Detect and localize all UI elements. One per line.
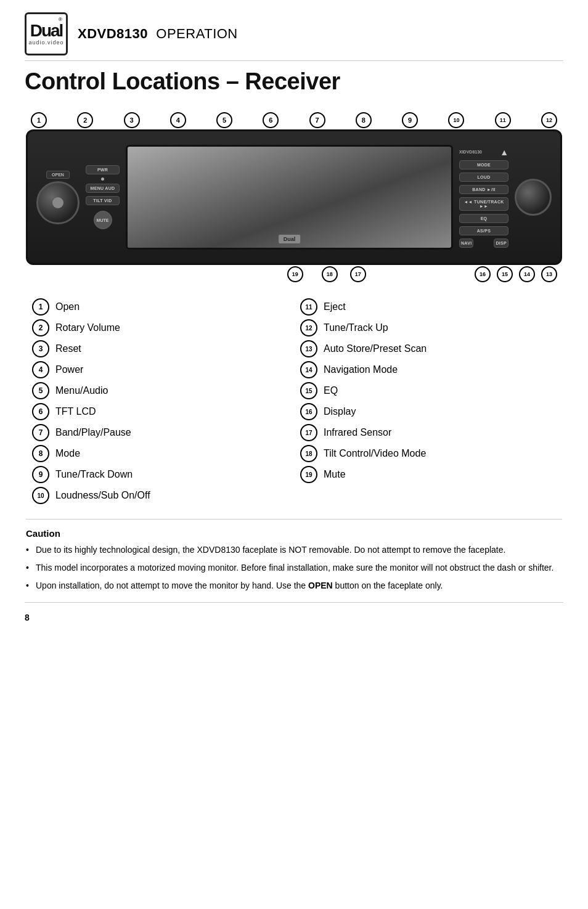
disp-button[interactable]: DISP bbox=[494, 238, 508, 248]
legend-label-7: Band/Play/Pause bbox=[55, 427, 131, 438]
legend-item-3: 3 Reset bbox=[32, 340, 288, 357]
legend-item-10: 10 Loudness/Sub On/Off bbox=[32, 487, 288, 504]
legend-label-18: Tilt Control/Video Mode bbox=[324, 448, 426, 459]
legend-item-8: 8 Mode bbox=[32, 445, 288, 462]
callout-8: 8 bbox=[356, 112, 372, 128]
legend-item-16: 16 Display bbox=[300, 403, 556, 420]
legend-num-4: 4 bbox=[32, 361, 49, 378]
legend-item-18: 18 Tilt Control/Video Mode bbox=[300, 445, 556, 462]
legend-num-9: 9 bbox=[32, 466, 49, 483]
legend-col-right: 11 Eject 12 Tune/Track Up 13 Auto Store/… bbox=[294, 298, 562, 504]
legend-num-13: 13 bbox=[300, 340, 317, 357]
right-knob[interactable] bbox=[515, 179, 552, 216]
callout-15: 15 bbox=[497, 266, 513, 282]
legend-item-11: 11 Eject bbox=[300, 298, 556, 316]
legend-label-5: Menu/Audio bbox=[55, 385, 108, 396]
header-title: XDVD8130 OPERATION bbox=[78, 26, 238, 42]
legend-num-5: 5 bbox=[32, 382, 49, 399]
callout-17: 17 bbox=[350, 266, 366, 282]
eject-icon: ▲ bbox=[500, 147, 508, 157]
legend-num-10: 10 bbox=[32, 487, 49, 504]
caution-item-3: Upon installation, do not attempt to mov… bbox=[26, 579, 562, 592]
open-button[interactable]: OPEN bbox=[46, 171, 70, 179]
page-title: Control Locations – Receiver bbox=[25, 68, 563, 95]
screen-logo: Dual bbox=[278, 234, 301, 244]
legend-item-13: 13 Auto Store/Preset Scan bbox=[300, 340, 556, 357]
legend-num-16: 16 bbox=[300, 403, 317, 420]
legend-item-5: 5 Menu/Audio bbox=[32, 382, 288, 399]
legend-num-6: 6 bbox=[32, 403, 49, 420]
operation-label: OPERATION bbox=[156, 26, 237, 41]
model-name: XDVD8130 bbox=[78, 26, 148, 41]
legend-label-4: Power bbox=[55, 364, 83, 375]
legend-num-14: 14 bbox=[300, 361, 317, 378]
legend-label-2: Rotary Volume bbox=[55, 322, 120, 333]
navi-button[interactable]: NAVI bbox=[459, 238, 473, 248]
legend-label-11: Eject bbox=[324, 301, 346, 312]
legend-item-12: 12 Tune/Track Up bbox=[300, 319, 556, 336]
diagram-area: 1 2 3 4 5 6 7 8 9 10 11 12 OPEN PWR MENU… bbox=[26, 106, 562, 288]
screen-content bbox=[128, 147, 451, 248]
legend-item-7: 7 Band/Play/Pause bbox=[32, 424, 288, 441]
legend-num-11: 11 bbox=[300, 298, 317, 316]
rotary-volume-knob[interactable] bbox=[36, 181, 80, 224]
logo-text: Dual bbox=[30, 22, 63, 39]
loud-button[interactable]: LOUD bbox=[459, 173, 508, 182]
legend-item-19: 19 Mute bbox=[300, 466, 556, 483]
header-divider bbox=[25, 60, 563, 61]
legend-item-6: 6 TFT LCD bbox=[32, 403, 288, 420]
legend-item-9: 9 Tune/Track Down bbox=[32, 466, 288, 483]
callout-13: 13 bbox=[541, 266, 557, 282]
callout-12: 12 bbox=[541, 112, 557, 128]
eq-button[interactable]: EQ bbox=[459, 214, 508, 223]
header: ® Dual audio.video XDVD8130 OPERATION bbox=[25, 12, 563, 55]
menu-aud-button[interactable]: MENU AUD bbox=[86, 184, 120, 193]
top-callout-row: 1 2 3 4 5 6 7 8 9 10 11 12 bbox=[26, 106, 562, 128]
legend-item-15: 15 EQ bbox=[300, 382, 556, 399]
callout-7: 7 bbox=[309, 112, 325, 128]
legend-label-13: Auto Store/Preset Scan bbox=[324, 343, 427, 354]
legend-num-1: 1 bbox=[32, 298, 49, 316]
legend-label-19: Mute bbox=[324, 469, 346, 480]
tft-lcd-screen: Dual bbox=[126, 145, 453, 250]
legend-label-1: Open bbox=[55, 301, 80, 312]
legend-label-15: EQ bbox=[324, 385, 338, 396]
mode-button[interactable]: MODE bbox=[459, 160, 508, 169]
rs-ps-button[interactable]: AS/PS bbox=[459, 226, 508, 235]
legend-label-9: Tune/Track Down bbox=[55, 469, 133, 480]
tune-track-button[interactable]: ◄◄ TUNE/TRACK ►► bbox=[459, 197, 508, 211]
caution-list: Due to its highly technological design, … bbox=[26, 544, 562, 592]
tilt-vid-button[interactable]: TILT VID bbox=[86, 196, 120, 205]
brand-logo: ® Dual audio.video bbox=[25, 12, 68, 55]
mute-button[interactable]: MUTE bbox=[94, 211, 112, 229]
legend-num-12: 12 bbox=[300, 319, 317, 336]
caution-item-1: Due to its highly technological design, … bbox=[26, 544, 562, 556]
legend-label-16: Display bbox=[324, 406, 356, 417]
legend-col-left: 1 Open 2 Rotary Volume 3 Reset 4 Power 5… bbox=[26, 298, 294, 504]
callout-3: 3 bbox=[124, 112, 140, 128]
bottom-callout-row: 19 18 17 16 15 14 13 bbox=[26, 266, 562, 288]
registered-mark: ® bbox=[59, 17, 62, 22]
callout-1: 1 bbox=[31, 112, 47, 128]
xdvd-label: XIDVD8130 bbox=[459, 150, 482, 154]
pwr-button[interactable]: PWR bbox=[86, 165, 120, 174]
legend-item-1: 1 Open bbox=[32, 298, 288, 316]
legend-label-17: Infrared Sensor bbox=[324, 427, 391, 438]
callout-10: 10 bbox=[448, 112, 464, 128]
led-indicator bbox=[101, 177, 104, 181]
legend-num-17: 17 bbox=[300, 424, 317, 441]
callout-9: 9 bbox=[402, 112, 418, 128]
legend-num-2: 2 bbox=[32, 319, 49, 336]
callout-6: 6 bbox=[263, 112, 279, 128]
callout-5: 5 bbox=[216, 112, 232, 128]
callout-14: 14 bbox=[519, 266, 535, 282]
receiver-device: OPEN PWR MENU AUD TILT VID MUTE Dual XID… bbox=[26, 129, 562, 265]
open-bold: OPEN bbox=[308, 581, 333, 590]
legend-label-3: Reset bbox=[55, 343, 81, 354]
legend-num-8: 8 bbox=[32, 445, 49, 462]
band-button[interactable]: BAND ►/II bbox=[459, 185, 508, 194]
callout-2: 2 bbox=[77, 112, 93, 128]
legend-label-6: TFT LCD bbox=[55, 406, 96, 417]
controls-legend: 1 Open 2 Rotary Volume 3 Reset 4 Power 5… bbox=[26, 298, 562, 504]
legend-num-15: 15 bbox=[300, 382, 317, 399]
